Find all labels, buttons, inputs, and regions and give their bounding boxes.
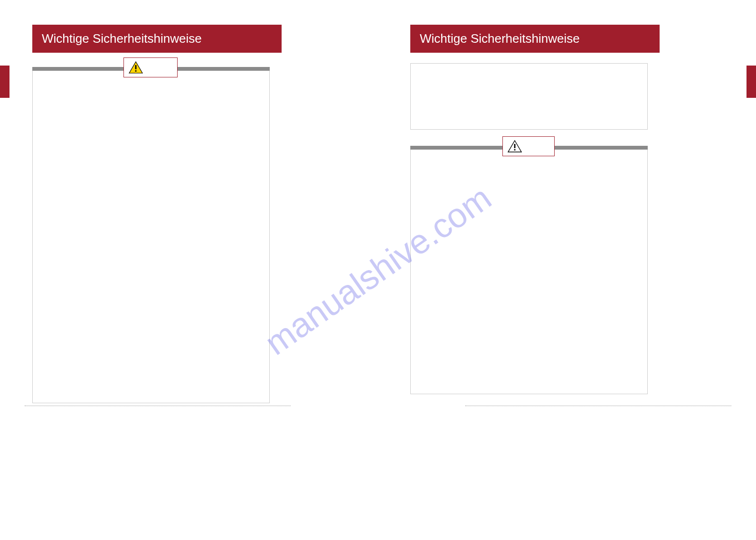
svg-rect-1 xyxy=(135,65,137,69)
manual-page-right: Wichtige Sicherheitshinweise xyxy=(378,0,756,540)
section-header-left: Wichtige Sicherheitshinweise xyxy=(32,25,282,53)
content-frame-left xyxy=(32,71,270,403)
content-frame-right-lower xyxy=(410,150,648,394)
section-header-right: Wichtige Sicherheitshinweise xyxy=(410,25,660,53)
section-title-left: Wichtige Sicherheitshinweise xyxy=(42,31,202,46)
footer-divider-left xyxy=(25,406,291,406)
content-frame-right-upper xyxy=(410,63,648,130)
section-title-right: Wichtige Sicherheitshinweise xyxy=(420,31,580,46)
svg-rect-4 xyxy=(514,144,516,148)
manual-page-left: Wichtige Sicherheitshinweise xyxy=(0,0,378,540)
footer-divider-right xyxy=(465,406,731,406)
edge-tab-right xyxy=(747,66,756,98)
edge-tab-left xyxy=(0,66,9,98)
